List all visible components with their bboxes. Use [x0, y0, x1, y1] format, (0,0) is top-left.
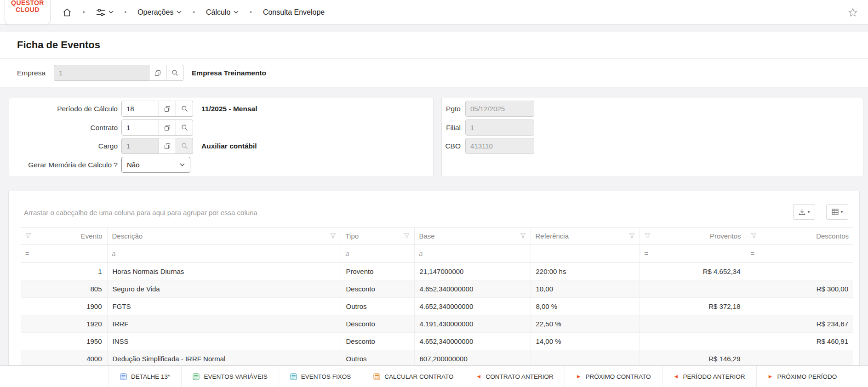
- filter-operator-icon[interactable]: =: [25, 250, 29, 257]
- cell-descontos[interactable]: R$ 460,91: [746, 333, 853, 350]
- contrato-input[interactable]: [121, 120, 159, 136]
- filter-cell-descricao[interactable]: a: [107, 245, 341, 263]
- footer-button-contrato-anterior[interactable]: ◄ CONTRATO ANTERIOR: [465, 366, 565, 387]
- nav-calculo[interactable]: Cálculo: [206, 8, 239, 17]
- cell-tipo[interactable]: Outros: [341, 350, 414, 366]
- column-header-descontos[interactable]: Descontos: [746, 228, 853, 245]
- filter-funnel-icon[interactable]: [404, 233, 410, 239]
- column-header-evento[interactable]: Evento: [21, 228, 107, 245]
- filter-cell-descontos[interactable]: =: [746, 245, 853, 263]
- contrato-search-button[interactable]: [176, 120, 193, 136]
- cell-descontos[interactable]: R$ 234,67: [746, 315, 853, 333]
- filter-cell-referencia[interactable]: [531, 245, 640, 263]
- cell-descricao[interactable]: FGTS: [107, 298, 341, 315]
- cargo-copy-button[interactable]: [159, 138, 176, 154]
- cell-referencia[interactable]: [531, 350, 640, 366]
- column-header-referencia[interactable]: Referência: [531, 228, 640, 245]
- filter-funnel-icon[interactable]: [25, 233, 31, 239]
- cell-proventos[interactable]: [640, 280, 746, 298]
- cell-tipo[interactable]: Desconto: [341, 280, 414, 298]
- filter-operator-icon[interactable]: =: [645, 250, 648, 257]
- cell-base[interactable]: 4.191,430000000: [414, 315, 531, 333]
- cell-proventos[interactable]: [640, 333, 746, 350]
- cell-descontos[interactable]: [746, 350, 853, 366]
- cargo-search-button[interactable]: [176, 138, 193, 154]
- column-header-proventos[interactable]: Proventos: [640, 228, 746, 245]
- cell-descricao[interactable]: INSS: [107, 333, 341, 350]
- filter-cell-evento[interactable]: =: [21, 245, 107, 263]
- nav-consulta-envelope[interactable]: Consulta Envelope: [263, 8, 325, 17]
- footer-button-detalhe-13[interactable]: DETALHE 13°: [108, 366, 182, 387]
- cbo-input[interactable]: [465, 138, 534, 154]
- questor-cloud-logo[interactable]: QUESTOR CLOUD: [5, 0, 51, 25]
- table-row[interactable]: 805 Seguro de Vida Desconto 4.652,340000…: [21, 280, 853, 298]
- export-button[interactable]: ▾: [793, 204, 815, 220]
- cell-referencia[interactable]: 8,00 %: [531, 298, 640, 315]
- cell-tipo[interactable]: Desconto: [341, 333, 414, 350]
- table-row[interactable]: 1 Horas Normais Diurnas Provento 21,1470…: [21, 263, 853, 280]
- footer-button-proximo-contrato[interactable]: ► PRÓXIMO CONTRATO: [565, 366, 662, 387]
- nav-operacoes[interactable]: Operações: [137, 8, 182, 17]
- cell-evento[interactable]: 1900: [21, 298, 107, 315]
- cell-tipo[interactable]: Provento: [341, 263, 414, 280]
- filter-operator-icon[interactable]: =: [751, 250, 754, 257]
- cell-descontos[interactable]: [746, 298, 853, 315]
- filter-funnel-icon[interactable]: [330, 233, 336, 239]
- cell-proventos[interactable]: R$ 372,18: [640, 298, 746, 315]
- cell-referencia[interactable]: 220:00 hs: [531, 263, 640, 280]
- table-row[interactable]: 1920 IRRF Desconto 4.191,430000000 22,50…: [21, 315, 853, 333]
- filter-operator-icon[interactable]: a: [346, 250, 349, 257]
- home-button[interactable]: [63, 8, 72, 17]
- cell-descricao[interactable]: IRRF: [107, 315, 341, 333]
- footer-button-eventos-fixos[interactable]: EVENTOS FIXOS: [279, 366, 363, 387]
- table-row[interactable]: 4000 Dedução Simplificada - IRRF Normal …: [21, 350, 853, 366]
- filter-cell-base[interactable]: a: [414, 245, 531, 263]
- filter-operator-icon[interactable]: a: [419, 250, 423, 257]
- filter-funnel-icon[interactable]: [751, 233, 757, 239]
- cell-evento[interactable]: 805: [21, 280, 107, 298]
- filial-input[interactable]: [465, 120, 534, 136]
- footer-button-eventos-variaveis[interactable]: EVENTOS VARIÁVEIS: [182, 366, 279, 387]
- footer-button-proximo-periodo[interactable]: ► PRÓXIMO PERÍODO: [757, 366, 849, 387]
- cell-base[interactable]: 607,200000000: [414, 350, 531, 366]
- filter-operator-icon[interactable]: a: [112, 250, 116, 257]
- quick-filters-menu[interactable]: [96, 8, 114, 17]
- cell-descontos[interactable]: [746, 263, 853, 280]
- footer-button-periodo-anterior[interactable]: ◄ PERÍODO ANTERIOR: [662, 366, 757, 387]
- cell-referencia[interactable]: 14,00 %: [531, 333, 640, 350]
- cell-descricao[interactable]: Seguro de Vida: [107, 280, 341, 298]
- filter-funnel-icon[interactable]: [645, 233, 651, 239]
- periodo-copy-button[interactable]: [159, 101, 176, 117]
- favorite-star-button[interactable]: [848, 7, 858, 17]
- cell-evento[interactable]: 1920: [21, 315, 107, 333]
- cell-descontos[interactable]: R$ 300,00: [746, 280, 853, 298]
- filter-cell-proventos[interactable]: =: [640, 245, 746, 263]
- cell-descricao[interactable]: Horas Normais Diurnas: [107, 263, 341, 280]
- cell-base[interactable]: 4.652,340000000: [414, 298, 531, 315]
- cell-referencia[interactable]: 10,00: [531, 280, 640, 298]
- cell-evento[interactable]: 1950: [21, 333, 107, 350]
- cell-base[interactable]: 4.652,340000000: [414, 333, 531, 350]
- filter-funnel-icon[interactable]: [629, 233, 635, 239]
- filter-funnel-icon[interactable]: [520, 233, 526, 239]
- empresa-input[interactable]: [54, 65, 149, 81]
- empresa-copy-button[interactable]: [149, 65, 166, 81]
- contrato-copy-button[interactable]: [159, 120, 176, 136]
- column-chooser-button[interactable]: ▾: [826, 204, 848, 220]
- cell-base[interactable]: 21,147000000: [414, 263, 531, 280]
- cell-tipo[interactable]: Outros: [341, 298, 414, 315]
- cell-proventos[interactable]: R$ 146,29: [640, 350, 746, 366]
- cell-descricao[interactable]: Dedução Simplificada - IRRF Normal: [107, 350, 341, 366]
- cell-tipo[interactable]: Desconto: [341, 315, 414, 333]
- table-row[interactable]: 1900 FGTS Outros 4.652,340000000 8,00 % …: [21, 298, 853, 315]
- pgto-input[interactable]: [465, 101, 534, 117]
- filter-cell-tipo[interactable]: a: [341, 245, 414, 263]
- empresa-search-button[interactable]: [166, 65, 183, 81]
- cell-base[interactable]: 4.652,340000000: [414, 280, 531, 298]
- periodo-input[interactable]: [121, 101, 159, 117]
- cell-evento[interactable]: 4000: [21, 350, 107, 366]
- cell-proventos[interactable]: R$ 4.652,34: [640, 263, 746, 280]
- column-header-base[interactable]: Base: [414, 228, 531, 245]
- table-row[interactable]: 1950 INSS Desconto 4.652,340000000 14,00…: [21, 333, 853, 350]
- footer-button-calcular-contrato[interactable]: CALCULAR CONTRATO: [362, 366, 465, 387]
